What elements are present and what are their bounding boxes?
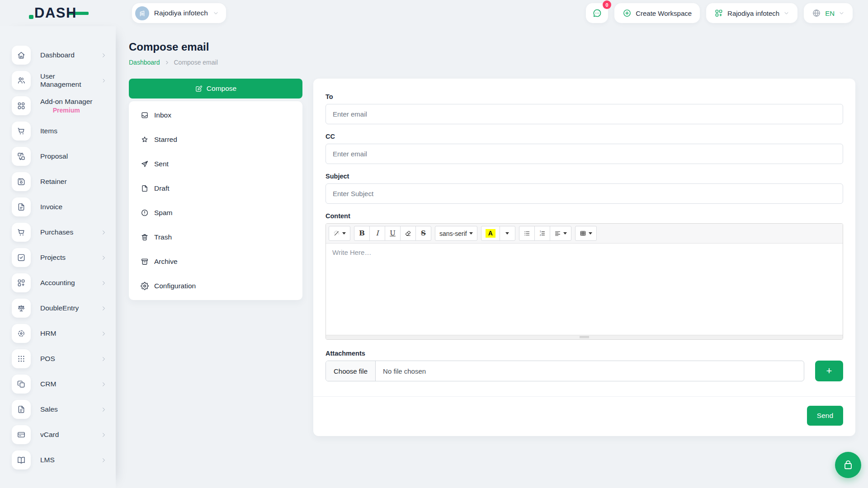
buy-now-fab[interactable] xyxy=(835,452,861,478)
premium-badge: Premium xyxy=(40,107,92,114)
editor-placeholder: Write Here… xyxy=(332,249,371,256)
choose-file-button[interactable]: Choose file xyxy=(326,361,376,381)
cc-input[interactable] xyxy=(326,144,843,164)
sidebar-item-addon-manager[interactable]: Add-on ManagerPremium xyxy=(0,93,116,118)
table-dropdown[interactable] xyxy=(575,226,597,241)
plus-circle-icon xyxy=(623,9,632,18)
globe-icon xyxy=(812,9,821,18)
language-dropdown[interactable]: EN xyxy=(804,3,853,23)
italic-button[interactable]: I xyxy=(369,226,385,241)
chevron-right-icon xyxy=(101,331,107,337)
chevron-down-icon xyxy=(213,10,219,16)
folder-trash[interactable]: Trash xyxy=(129,225,302,249)
sidebar-item-hrm[interactable]: HRM xyxy=(0,321,116,346)
archive-icon xyxy=(141,258,149,266)
mail-folders-card: Inbox Starred Sent Draft Spam xyxy=(129,101,302,300)
edit-icon xyxy=(195,85,203,93)
sidebar-item-purchases[interactable]: Purchases xyxy=(0,220,116,245)
sidebar-item-lms[interactable]: LMS xyxy=(0,447,116,473)
sidebar-item-retainer[interactable]: Retainer xyxy=(0,169,116,194)
logo-dot xyxy=(29,15,33,19)
style-dropdown-button[interactable] xyxy=(329,226,350,241)
mail-folder-column: Compose Inbox Starred Sent Draft xyxy=(129,79,302,300)
create-workspace-label: Create Workspace xyxy=(636,9,692,17)
gear-icon xyxy=(141,282,149,290)
caret-icon xyxy=(563,232,567,235)
compose-button[interactable]: Compose xyxy=(129,79,302,99)
file-invoice-icon xyxy=(17,202,26,211)
ordered-list-button[interactable]: 12 xyxy=(534,226,550,241)
bold-button[interactable]: B xyxy=(354,226,370,241)
app-logo[interactable]: DASH xyxy=(29,5,89,21)
folder-inbox[interactable]: Inbox xyxy=(129,103,302,127)
font-family-dropdown[interactable]: sans-serif xyxy=(435,226,477,241)
send-button[interactable]: Send xyxy=(807,406,843,426)
sidebar-item-doubleentry[interactable]: DoubleEntry xyxy=(0,296,116,321)
workspace-name: Rajodiya infotech xyxy=(154,9,208,17)
sidebar-item-pos[interactable]: POS xyxy=(0,346,116,371)
sidebar-item-items[interactable]: Items xyxy=(0,118,116,144)
underline-button[interactable]: U xyxy=(385,226,401,241)
svg-text:2: 2 xyxy=(540,234,541,236)
chevron-right-icon xyxy=(101,230,107,235)
account-dropdown[interactable]: Rajodiya infotech xyxy=(706,3,797,23)
sidebar-item-sales[interactable]: Sales xyxy=(0,397,116,422)
caret-icon xyxy=(505,232,509,235)
file-icon xyxy=(141,184,149,192)
language-label: EN xyxy=(825,9,835,17)
content-editor: B I U S sans-serif xyxy=(326,223,843,340)
notification-badge: 0 xyxy=(603,0,611,9)
folder-spam[interactable]: Spam xyxy=(129,201,302,225)
topbar-actions: 0 Create Workspace Rajodiya infotech EN xyxy=(586,3,853,23)
editor-resize-handle[interactable] xyxy=(326,335,843,339)
folder-draft[interactable]: Draft xyxy=(129,176,302,201)
chat-icon xyxy=(592,8,602,18)
cc-label: CC xyxy=(326,133,843,140)
editor-toolbar: B I U S sans-serif xyxy=(326,224,843,244)
clear-format-button[interactable] xyxy=(400,226,416,241)
chevron-right-icon xyxy=(101,407,107,413)
breadcrumb: Dashboard Compose email xyxy=(129,59,855,66)
folder-sent[interactable]: Sent xyxy=(129,152,302,176)
chevron-right-icon xyxy=(101,52,107,58)
sidebar-item-dashboard[interactable]: Dashboard xyxy=(0,42,116,68)
sidebar-item-proposal[interactable]: Proposal xyxy=(0,144,116,169)
sidebar-item-projects[interactable]: Projects xyxy=(0,245,116,270)
breadcrumb-dashboard-link[interactable]: Dashboard xyxy=(129,59,160,66)
sidebar-item-user-management[interactable]: User Management xyxy=(0,68,116,93)
to-input[interactable] xyxy=(326,104,843,124)
chevron-down-icon xyxy=(839,10,844,16)
create-workspace-button[interactable]: Create Workspace xyxy=(614,3,700,23)
strikethrough-button[interactable]: S xyxy=(415,226,431,241)
scale-icon xyxy=(17,304,26,313)
text-color-button[interactable]: A xyxy=(481,226,500,241)
sidebar-item-vcard[interactable]: vCard xyxy=(0,422,116,447)
logo-text: DASH xyxy=(34,5,77,21)
magic-wand-icon xyxy=(333,230,340,237)
sidebar-item-crm[interactable]: CRM xyxy=(0,371,116,397)
chevron-right-icon xyxy=(101,255,107,261)
folder-archive[interactable]: Archive xyxy=(129,249,302,274)
eraser-icon xyxy=(405,230,411,237)
folder-configuration[interactable]: Configuration xyxy=(129,274,302,298)
workspace-selector[interactable]: Rajodiya infotech xyxy=(132,3,226,23)
editor-text-area[interactable]: Write Here… xyxy=(326,244,843,335)
grid-plus-icon xyxy=(17,278,26,287)
sidebar-item-invoice[interactable]: Invoice xyxy=(0,194,116,220)
unordered-list-button[interactable] xyxy=(519,226,535,241)
trash-icon xyxy=(141,233,149,241)
subject-input[interactable] xyxy=(326,183,843,204)
file-input[interactable]: Choose file No file chosen xyxy=(326,361,804,381)
alert-circle-icon xyxy=(141,209,149,217)
chevron-right-icon xyxy=(101,356,107,362)
folder-starred[interactable]: Starred xyxy=(129,127,302,152)
subject-label: Subject xyxy=(326,173,843,180)
add-attachment-button[interactable]: + xyxy=(815,361,843,381)
content-label: Content xyxy=(326,212,843,220)
chat-button[interactable]: 0 xyxy=(586,3,608,23)
text-color-dropdown[interactable] xyxy=(500,226,515,241)
sidebar-item-accounting[interactable]: Accounting xyxy=(0,270,116,296)
book-icon xyxy=(17,455,26,465)
chevron-right-icon xyxy=(101,381,107,387)
paragraph-align-dropdown[interactable] xyxy=(550,226,571,241)
